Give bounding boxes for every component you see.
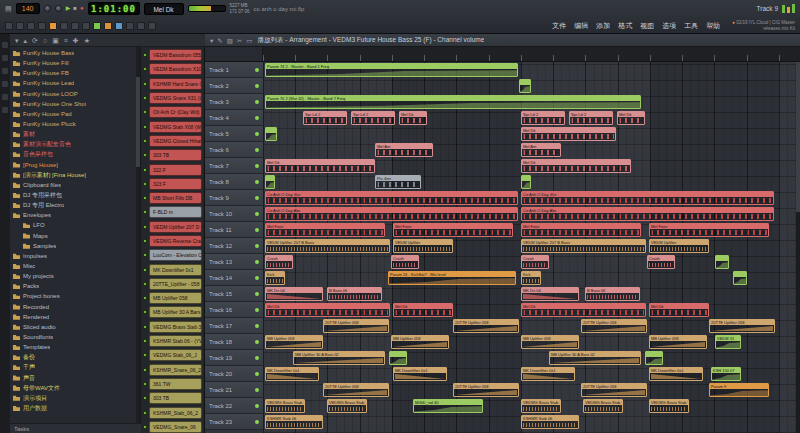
playlist-clip[interactable]	[265, 127, 277, 141]
find-icon[interactable]: ○	[43, 36, 47, 45]
browser-scrollbar[interactable]	[136, 47, 140, 423]
browser-item[interactable]: 音色采样包	[10, 149, 140, 159]
project-rail-icon[interactable]	[2, 55, 8, 61]
search-rail-icon[interactable]	[2, 107, 8, 113]
playlist-grid[interactable]: Param 74 2 - Master - Band 1 FreqParam 7…	[263, 62, 796, 433]
piano-roll-icon[interactable]	[126, 22, 134, 30]
channel-button[interactable]: F-BLD m	[149, 206, 202, 218]
playlist-clip[interactable]: MB Uplifter 058	[391, 335, 449, 349]
playlist-clip[interactable]: MB Uplifter 058	[521, 335, 579, 349]
playlist-clip[interactable]: Mel Dk	[393, 303, 453, 317]
playlist-clip[interactable]	[519, 79, 531, 93]
browser-item[interactable]: [演示素材] [Fina House]	[10, 170, 140, 180]
playlist-clip[interactable]: Mel Am	[521, 143, 561, 157]
playlist-scrollbar[interactable]	[796, 62, 800, 433]
browser-item[interactable]: FunKy House LOOP	[10, 89, 140, 99]
browser-item[interactable]: 素材	[10, 129, 140, 139]
record-button[interactable]: ●	[80, 4, 84, 13]
browser-item[interactable]: 干声	[10, 362, 140, 372]
draw-tool-icon[interactable]: ✎	[217, 36, 222, 45]
track-enable-led[interactable]	[255, 404, 259, 408]
channel-mute-led[interactable]	[143, 411, 147, 415]
add-folder-icon[interactable]: ✚	[73, 36, 79, 45]
browser-item[interactable]: FunKy House Pluck	[10, 119, 140, 129]
track-enable-led[interactable]	[255, 164, 259, 168]
track-header[interactable]: Track 1	[205, 62, 263, 78]
playlist-clip[interactable]: MK Downlifter 0x1	[521, 367, 575, 381]
playlist-clip[interactable]: B Bass 06	[327, 287, 382, 301]
playlist-clip[interactable]: MK Dn 04	[265, 287, 323, 301]
browser-item[interactable]: 声音	[10, 373, 140, 383]
browser-item[interactable]: FunKy House One Shot	[10, 99, 140, 109]
browser-item[interactable]: Envelopes	[10, 210, 140, 220]
browser-item[interactable]: Rendered	[10, 312, 140, 322]
browser-item[interactable]: My projects	[10, 271, 140, 281]
multilink-icon[interactable]	[71, 22, 79, 30]
slice-tool-icon[interactable]: ✂	[237, 36, 242, 45]
channel-button[interactable]: KSHMR_Stab_06_2	[149, 407, 202, 419]
browser-item[interactable]: DJ 专用 Electro	[10, 200, 140, 210]
menu-add[interactable]: 添加	[596, 21, 610, 31]
menu-help[interactable]: 帮助	[706, 21, 720, 31]
playlist-clip[interactable]	[521, 175, 531, 189]
playlist-clip[interactable]: MB Uplifter 30 A Bars 02	[549, 351, 641, 365]
playlist-clip[interactable]: Crash	[391, 255, 419, 269]
browser-item[interactable]: Templates	[10, 342, 140, 352]
channel-button[interactable]: KSHMR_Snare_06_2	[149, 364, 202, 376]
master-volume-knob[interactable]	[44, 5, 51, 12]
track-header[interactable]: Track 2	[205, 78, 263, 94]
track-header[interactable]: Track 17	[205, 318, 263, 334]
track-enable-led[interactable]	[255, 324, 259, 328]
playlist-clip[interactable]: Crash	[521, 255, 549, 269]
track-header[interactable]: Track 11	[205, 222, 263, 238]
playlist-clip[interactable]: Co Anh O Day Abv	[521, 207, 774, 221]
track-header[interactable]: Track 14	[205, 270, 263, 286]
channel-mute-led[interactable]	[143, 268, 147, 272]
playlist-clip[interactable]: Spr Ld 2	[521, 111, 565, 125]
channel-mute-led[interactable]	[143, 239, 147, 243]
channel-button[interactable]: VEDMG Closed Hihat 038	[149, 135, 202, 147]
channel-mute-led[interactable]	[143, 125, 147, 129]
playlist-clip[interactable]: 20TTE Uplifter 058	[323, 319, 389, 333]
track-enable-led[interactable]	[255, 228, 259, 232]
track-enable-led[interactable]	[255, 84, 259, 88]
wait-for-input-icon[interactable]	[27, 22, 35, 30]
playlist-clip[interactable]: Mel Foev	[649, 223, 769, 237]
browser-item[interactable]: Sliced audio	[10, 322, 140, 332]
playlist-clip[interactable]: MB Uplifter 058	[265, 335, 323, 349]
playlist-titlebar[interactable]: ▾✎▨✂▭ 播放列表 - Arrangement - VEDM3 Future …	[205, 34, 800, 47]
recent-rail-icon[interactable]	[2, 68, 8, 74]
channel-mute-led[interactable]	[143, 310, 147, 314]
browser-item[interactable]: Misc	[10, 261, 140, 271]
playlist-clip[interactable]: Mel Foev	[393, 223, 513, 237]
channel-mute-led[interactable]	[143, 210, 147, 214]
channel-button[interactable]: MB Uplifter 30 A Bars 02	[149, 306, 202, 318]
track-enable-led[interactable]	[255, 372, 259, 376]
playlist-clip[interactable]: Co Anh O Day 40v	[521, 191, 774, 205]
playlist-clip[interactable]: VEDM Uplifter 207 B Bass	[265, 239, 390, 253]
channel-mute-led[interactable]	[143, 67, 147, 71]
playlist-clip[interactable]: Param 24 - KickSat7 - Mix level	[388, 271, 516, 285]
track-enable-led[interactable]	[255, 68, 259, 72]
channel-mute-led[interactable]	[143, 82, 147, 86]
playlist-clip[interactable]: Crash	[647, 255, 675, 269]
track-header[interactable]: Track 6	[205, 142, 263, 158]
track-enable-led[interactable]	[255, 356, 259, 360]
track-header[interactable]: Track 9	[205, 190, 263, 206]
track-enable-led[interactable]	[255, 340, 259, 344]
channel-mute-led[interactable]	[143, 153, 147, 157]
channel-mute-led[interactable]	[143, 253, 147, 257]
channel-mute-led[interactable]	[143, 168, 147, 172]
menu-options[interactable]: 选项	[662, 21, 676, 31]
playlist-clip[interactable]: Mel Foev	[265, 223, 385, 237]
channel-button[interactable]: LuuCom - Elevation Cras	[149, 249, 202, 261]
playlist-clip[interactable]: Mel Dk	[521, 303, 646, 317]
song-mode-icon[interactable]	[104, 22, 112, 30]
playlist-clip[interactable]: Mel Dk	[265, 159, 375, 173]
browser-item[interactable]: [Prog House]	[10, 160, 140, 170]
plugins-rail-icon[interactable]	[2, 42, 8, 48]
channel-mute-led[interactable]	[143, 396, 147, 400]
channel-mute-led[interactable]	[143, 339, 147, 343]
channel-mute-led[interactable]	[143, 196, 147, 200]
playlist-clip[interactable]: 20TTE Uplifter 058	[453, 383, 519, 397]
